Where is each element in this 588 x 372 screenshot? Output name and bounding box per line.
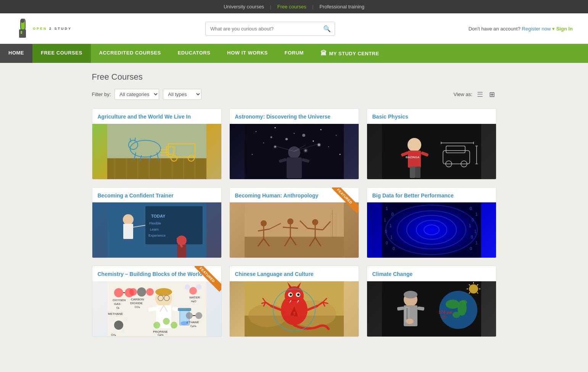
svg-text:0: 0 xyxy=(470,207,472,211)
nav-accredited[interactable]: ACCREDITED COURSES xyxy=(91,44,169,63)
logo-text: OPEN 2 STUDY xyxy=(33,27,72,30)
svg-point-34 xyxy=(274,127,275,128)
nav-home[interactable]: HOME xyxy=(0,44,32,63)
svg-point-83 xyxy=(123,214,134,225)
svg-point-145 xyxy=(110,317,114,322)
svg-point-196 xyxy=(297,293,300,296)
course-card-chinese[interactable]: Chinese Language and Culture xyxy=(229,266,359,337)
physics-svg: BAZINGA xyxy=(367,124,496,179)
svg-rect-219 xyxy=(406,308,408,319)
svg-point-35 xyxy=(294,133,295,134)
svg-text:GAS: GAS xyxy=(114,302,121,306)
auth-area: Don't have an account? Register now ▾ Si… xyxy=(469,26,573,32)
svg-text:0: 0 xyxy=(471,235,473,239)
course-card-chemistry[interactable]: FEATURED Chemistry – Building Blocks of … xyxy=(92,266,222,337)
svg-point-53 xyxy=(304,149,307,152)
svg-rect-61 xyxy=(408,151,421,168)
svg-rect-59 xyxy=(382,124,481,179)
svg-rect-4 xyxy=(21,31,22,34)
svg-point-169 xyxy=(186,312,193,319)
svg-point-37 xyxy=(336,135,337,136)
svg-point-46 xyxy=(288,146,300,159)
svg-point-102 xyxy=(312,219,318,225)
list-view-button[interactable]: ☰ xyxy=(475,90,485,99)
search-input[interactable] xyxy=(206,23,319,35)
svg-text:CH₄: CH₄ xyxy=(111,334,116,336)
svg-rect-90 xyxy=(245,237,344,258)
course-card-physics[interactable]: Basic Physics xyxy=(367,108,496,180)
svg-point-97 xyxy=(287,218,293,224)
svg-text:1: 1 xyxy=(475,212,478,216)
svg-text:PROPANE: PROPANE xyxy=(153,330,168,334)
svg-text:C₃H₈: C₃H₈ xyxy=(158,334,164,336)
svg-text:0: 0 xyxy=(470,247,472,251)
logo-num: 2 xyxy=(49,27,52,30)
topbar-free[interactable]: Free courses xyxy=(277,4,306,10)
divider2: | xyxy=(312,4,313,10)
featured-ribbon-wrap: FEATURED xyxy=(332,188,359,214)
topbar-university[interactable]: University courses xyxy=(224,4,264,10)
main-content: Free Courses Filter by: All categories S… xyxy=(84,63,504,346)
category-filter[interactable]: All categories Science Technology Arts B… xyxy=(114,89,159,100)
signin-arrow: ▾ xyxy=(552,26,556,32)
course-card-agriculture[interactable]: Agriculture and the World We Live In xyxy=(92,108,222,180)
svg-text:CARBON: CARBON xyxy=(131,298,144,301)
register-link[interactable]: Register now xyxy=(522,26,551,32)
svg-point-179 xyxy=(137,287,146,297)
svg-point-152 xyxy=(155,288,172,296)
nav-educators[interactable]: EDUCATORS xyxy=(169,44,219,63)
top-bar: University courses | Free courses | Prof… xyxy=(0,0,588,13)
svg-point-43 xyxy=(285,138,288,140)
bigdata-svg: 1 0 1 1 0 1 0 0 0 1 0 1 1 0 1 0 xyxy=(367,202,496,258)
svg-text:TODAY: TODAY xyxy=(151,214,166,218)
course-card-anthropology[interactable]: FEATURED Becoming Human: Anthropology xyxy=(229,187,359,258)
svg-point-36 xyxy=(320,129,321,130)
nav-my-study[interactable]: 🏛 MY STUDY CENTRE xyxy=(312,44,388,63)
svg-text:1: 1 xyxy=(384,218,386,222)
svg-text:1: 1 xyxy=(469,224,471,228)
climate-svg: 174 pw 10° xyxy=(367,281,496,337)
svg-point-42 xyxy=(339,154,340,155)
svg-point-147 xyxy=(113,329,117,333)
search-button[interactable]: 🔍 xyxy=(319,22,335,35)
svg-text:C₂H₆: C₂H₆ xyxy=(190,325,197,327)
course-title-trainer: Becoming a Confident Trainer xyxy=(92,188,221,203)
svg-text:1: 1 xyxy=(474,229,477,234)
course-card-climate[interactable]: Climate Change xyxy=(367,266,496,337)
course-image-climate: 174 pw 10° xyxy=(367,281,496,337)
logo-open: OPEN xyxy=(33,27,47,30)
svg-text:0: 0 xyxy=(393,247,395,251)
building-icon: 🏛 xyxy=(321,50,327,57)
svg-rect-162 xyxy=(178,308,191,311)
courses-grid: Agriculture and the World We Live In xyxy=(92,108,496,337)
type-filter[interactable]: All types Self-paced Scheduled xyxy=(163,89,201,100)
svg-text:Flexible: Flexible xyxy=(149,221,161,225)
course-image-bigdata: 1 0 1 1 0 1 0 0 0 1 0 1 1 0 1 0 xyxy=(367,202,496,258)
svg-point-181 xyxy=(146,288,154,296)
svg-point-174 xyxy=(153,322,160,329)
course-card-astronomy[interactable]: Astronomy: Discovering the Universe xyxy=(229,108,359,180)
featured-ribbon-wrap-chemistry: FEATURED xyxy=(195,266,221,293)
svg-text:OXYGEN: OXYGEN xyxy=(113,298,126,302)
svg-text:Experience: Experience xyxy=(148,234,166,237)
svg-text:ETHANE: ETHANE xyxy=(187,321,199,324)
page-title: Free Courses xyxy=(92,72,496,82)
topbar-professional[interactable]: Professional training xyxy=(319,4,364,10)
logo[interactable]: OPEN 2 STUDY xyxy=(15,19,72,38)
course-title-agriculture: Agriculture and the World We Live In xyxy=(92,109,221,124)
signin-link[interactable]: Sign In xyxy=(556,26,573,32)
course-image-physics: BAZINGA xyxy=(367,124,496,179)
course-card-trainer[interactable]: Becoming a Confident Trainer TODAY Flexi… xyxy=(92,187,222,258)
svg-point-180 xyxy=(129,288,137,296)
svg-rect-64 xyxy=(410,167,415,178)
grid-view-button[interactable]: ⊞ xyxy=(488,90,496,99)
svg-text:WATER: WATER xyxy=(189,296,200,299)
svg-point-226 xyxy=(453,312,460,318)
nav-free-courses[interactable]: FREE COURSES xyxy=(32,44,91,63)
svg-point-227 xyxy=(461,300,467,305)
nav-forum[interactable]: FORUM xyxy=(276,44,312,63)
course-image-agriculture xyxy=(92,124,221,179)
course-card-bigdata[interactable]: Big Data for Better Performance xyxy=(367,187,496,258)
nav-how-it-works[interactable]: HOW IT WORKS xyxy=(219,44,276,63)
svg-rect-3 xyxy=(19,29,26,38)
